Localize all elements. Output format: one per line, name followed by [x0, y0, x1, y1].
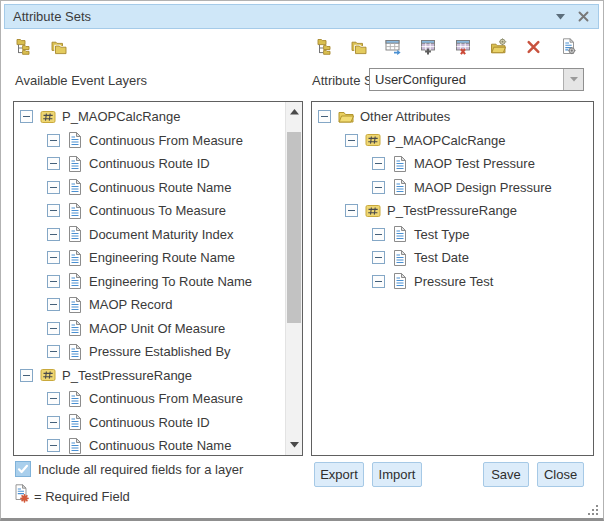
table-arrow-icon[interactable]: [385, 38, 402, 55]
collapse-minus-icon[interactable]: [47, 228, 60, 241]
attribute-set-combobox[interactable]: UserConfigured: [369, 68, 584, 91]
tree-item[interactable]: Pressure Test: [312, 270, 593, 294]
collapse-minus-icon[interactable]: [318, 110, 331, 123]
toolbar-left: [14, 38, 67, 55]
toolbar-right: [315, 38, 577, 55]
tree-item-label: Continuous From Measure: [89, 133, 243, 148]
collapse-minus-icon[interactable]: [47, 275, 60, 288]
collapse-minus-icon[interactable]: [20, 110, 33, 123]
collapse-minus-icon[interactable]: [20, 369, 33, 382]
tree-item-label: MAOP Design Pressure: [414, 180, 552, 195]
tree-item-label: MAOP Unit Of Measure: [89, 321, 225, 336]
scroll-up-icon[interactable]: [286, 104, 302, 120]
tree-item-label: Continuous Route Name: [89, 180, 231, 195]
tree-item-label: Engineering Route Name: [89, 250, 235, 265]
collapse-minus-icon[interactable]: [47, 204, 60, 217]
tree-item[interactable]: Continuous To Measure: [14, 199, 302, 223]
tree-item-label: P_MAOPCalcRange: [387, 133, 506, 148]
tree-item[interactable]: Continuous Route ID: [14, 152, 302, 176]
close-button[interactable]: Close: [537, 462, 584, 487]
tree-item-label: Test Type: [414, 227, 469, 242]
tree-item[interactable]: MAOP Record: [14, 293, 302, 317]
red-x-icon[interactable]: [525, 38, 542, 55]
tree-item[interactable]: Other Attributes: [312, 105, 593, 129]
table-plus-icon[interactable]: [420, 38, 437, 55]
tree-item[interactable]: Test Date: [312, 246, 593, 270]
tree-item[interactable]: MAOP Test Pressure: [312, 152, 593, 176]
collapse-minus-icon[interactable]: [47, 322, 60, 335]
folder-tree-icon[interactable]: [315, 38, 332, 55]
scrollbar-thumb[interactable]: [287, 132, 301, 323]
include-required-fields-label: Include all required fields for a layer: [38, 462, 243, 477]
attribute-set-value: UserConfigured: [370, 72, 563, 87]
event-layer-icon: [365, 203, 381, 219]
field-icon: [392, 250, 408, 266]
field-icon: [67, 297, 83, 313]
collapse-minus-icon[interactable]: [372, 251, 385, 264]
collapse-minus-icon[interactable]: [47, 181, 60, 194]
folder-open-icon: [338, 109, 354, 125]
required-field-legend: = Required Field: [34, 489, 130, 504]
required-field-icon: [13, 484, 31, 503]
attribute-set-panel: Other AttributesP_MAOPCalcRangeMAOP Test…: [311, 101, 594, 456]
save-button[interactable]: Save: [483, 462, 529, 487]
tree-item[interactable]: Continuous Route Name: [14, 176, 302, 200]
collapse-minus-icon[interactable]: [47, 298, 60, 311]
import-button[interactable]: Import: [372, 462, 422, 487]
tree-item[interactable]: P_TestPressureRange: [14, 364, 302, 388]
tree-item[interactable]: P_MAOPCalcRange: [312, 129, 593, 153]
collapse-minus-icon[interactable]: [372, 157, 385, 170]
collapse-minus-icon[interactable]: [47, 439, 60, 452]
folder-gear-icon[interactable]: [490, 38, 507, 55]
collapse-minus-icon[interactable]: [47, 392, 60, 405]
tree-item-label: Pressure Established By: [89, 344, 231, 359]
collapse-minus-icon[interactable]: [47, 157, 60, 170]
field-icon: [67, 250, 83, 266]
tree-item-label: MAOP Test Pressure: [414, 156, 535, 171]
available-layers-tree: P_MAOPCalcRangeContinuous From MeasureCo…: [14, 102, 302, 456]
collapse-minus-icon[interactable]: [372, 228, 385, 241]
collapse-minus-icon[interactable]: [47, 345, 60, 358]
document-gear-icon[interactable]: [560, 38, 577, 55]
table-x-icon[interactable]: [455, 38, 472, 55]
collapse-arrow-icon[interactable]: [556, 14, 565, 20]
folders-icon[interactable]: [350, 38, 367, 55]
scroll-down-icon[interactable]: [286, 437, 302, 453]
tree-item-label: P_TestPressureRange: [387, 203, 517, 218]
tree-item[interactable]: P_MAOPCalcRange: [14, 105, 302, 129]
tree-item[interactable]: MAOP Design Pressure: [312, 176, 593, 200]
tree-item-label: Pressure Test: [414, 274, 493, 289]
collapse-minus-icon[interactable]: [345, 204, 358, 217]
include-required-fields-checkbox[interactable]: [15, 461, 31, 477]
tree-item[interactable]: Continuous Route ID: [14, 411, 302, 435]
collapse-minus-icon[interactable]: [47, 251, 60, 264]
tree-item[interactable]: Continuous From Measure: [14, 129, 302, 153]
collapse-minus-icon[interactable]: [47, 134, 60, 147]
combobox-dropdown-icon[interactable]: [563, 69, 583, 90]
tree-item[interactable]: MAOP Unit Of Measure: [14, 317, 302, 341]
left-panel-scrollbar[interactable]: [285, 102, 302, 455]
folders-icon[interactable]: [50, 38, 67, 55]
tree-item[interactable]: Engineering To Route Name: [14, 270, 302, 294]
tree-item[interactable]: Test Type: [312, 223, 593, 247]
close-icon[interactable]: [578, 11, 589, 22]
collapse-minus-icon[interactable]: [372, 181, 385, 194]
tree-item[interactable]: Pressure Established By: [14, 340, 302, 364]
tree-item[interactable]: Continuous Route Name: [14, 434, 302, 456]
field-icon: [67, 179, 83, 195]
tree-item[interactable]: Engineering Route Name: [14, 246, 302, 270]
tree-item[interactable]: Continuous From Measure: [14, 387, 302, 411]
tree-item-label: Continuous To Measure: [89, 203, 226, 218]
tree-item[interactable]: P_TestPressureRange: [312, 199, 593, 223]
resize-grip-icon[interactable]: [587, 504, 598, 515]
tree-item-label: Continuous Route Name: [89, 438, 231, 453]
field-icon: [392, 226, 408, 242]
collapse-minus-icon[interactable]: [372, 275, 385, 288]
folder-tree-icon[interactable]: [14, 38, 31, 55]
tree-item[interactable]: Document Maturity Index: [14, 223, 302, 247]
tree-item-label: Test Date: [414, 250, 469, 265]
checkmark-icon: [17, 463, 29, 475]
collapse-minus-icon[interactable]: [345, 134, 358, 147]
collapse-minus-icon[interactable]: [47, 416, 60, 429]
export-button[interactable]: Export: [314, 462, 364, 487]
